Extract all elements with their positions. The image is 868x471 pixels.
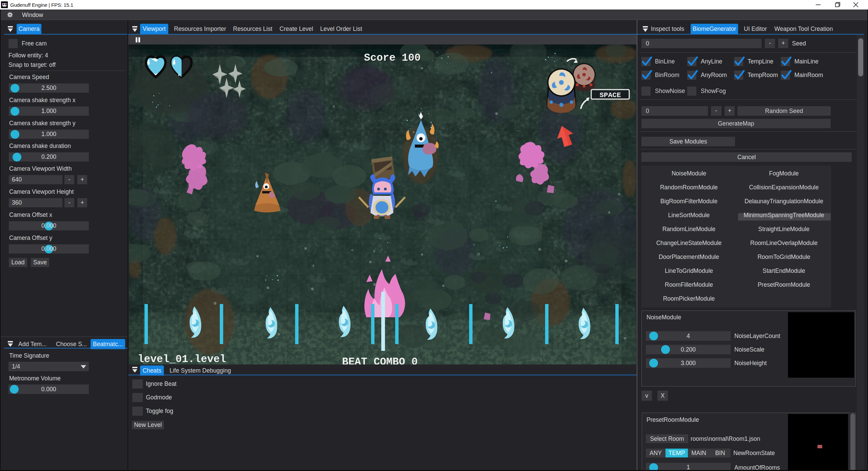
svg-text:Score 100: Score 100 xyxy=(364,52,421,64)
svg-text:level_01.level: level_01.level xyxy=(138,353,226,364)
svg-text:BEAT COMBO 0: BEAT COMBO 0 xyxy=(342,356,418,364)
svg-text:SPACE: SPACE xyxy=(599,91,621,99)
